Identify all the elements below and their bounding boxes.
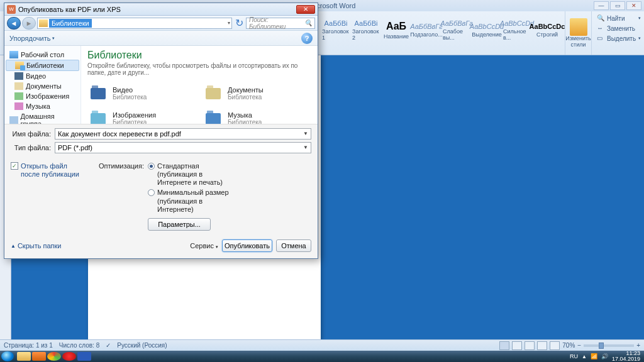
nav-item-label: Рабочий стол (21, 51, 64, 58)
cancel-button[interactable]: Отмена (276, 239, 311, 252)
content-subtitle: Откройте библиотеку, чтобы просмотреть ф… (87, 62, 311, 76)
nav-item-label: Музыка (26, 102, 50, 110)
style-item[interactable]: AaBbCcDcСтрогий (533, 14, 562, 47)
change-styles-icon (570, 18, 587, 36)
style-item[interactable]: АаБбВвГгСлабое вы... (442, 14, 471, 47)
taskbar-media-icon[interactable] (32, 352, 46, 361)
taskbar-explorer-icon[interactable] (17, 352, 31, 361)
nav-back-button[interactable]: ◄ (7, 17, 21, 30)
icon-homegroup (9, 116, 18, 124)
nav-item[interactable]: Домашняя группа (6, 111, 79, 124)
select-icon: ▭ (597, 35, 604, 42)
svg-rect-1 (92, 85, 98, 89)
dialog-close-button[interactable]: ✕ (296, 5, 315, 14)
style-gallery[interactable]: АаБбВіЗаголовок 1АаБбВіЗаголовок 2АаБНаз… (321, 11, 565, 55)
tray-lang[interactable]: RU (570, 353, 578, 359)
icon-docs (14, 82, 23, 90)
organize-button[interactable]: Упорядочить ▾ (9, 35, 55, 42)
nav-item[interactable]: Видео (6, 71, 79, 81)
select-button[interactable]: ▭Выделить ▾ (596, 34, 642, 43)
status-proofing-icon[interactable]: ✓ (106, 342, 111, 349)
close-button[interactable]: ✕ (626, 1, 641, 10)
nav-item[interactable]: Библиотеки (6, 60, 79, 71)
filetype-select[interactable]: PDF (*.pdf) ▼ (55, 142, 311, 153)
dialog-icon: W (7, 5, 16, 14)
style-item[interactable]: АаБбВвГгПодзаголо... (412, 14, 441, 47)
library-icon (89, 84, 108, 102)
library-item[interactable]: ИзображенияБиблиотека (87, 107, 196, 124)
optimization-label: Оптимизация: (99, 162, 144, 231)
start-button[interactable] (1, 351, 14, 361)
nav-item-label: Домашняя группа (21, 112, 76, 124)
taskbar: RU ▲ 📶 🔊 11:23 17.04.2019 (0, 351, 644, 362)
svg-rect-4 (91, 113, 106, 124)
style-label: Слабое вы... (443, 28, 470, 41)
parameters-button[interactable]: Параметры... (148, 218, 211, 231)
status-words[interactable]: Число слов: 8 (59, 342, 99, 349)
find-button[interactable]: 🔍Найти ▾ (596, 14, 642, 23)
taskbar-word-icon[interactable] (77, 352, 91, 361)
tray-network-icon[interactable]: 📶 (591, 353, 597, 359)
chevron-down-icon[interactable]: ▼ (303, 131, 308, 136)
status-language[interactable]: Русский (Россия) (117, 342, 167, 349)
style-item[interactable]: АаБНазвание (382, 14, 411, 47)
tray-clock[interactable]: 11:23 17.04.2019 (612, 351, 640, 362)
status-page[interactable]: Страница: 1 из 1 (4, 342, 53, 349)
replace-icon: ↔ (597, 25, 604, 32)
zoom-out-button[interactable]: − (577, 342, 581, 349)
library-name: Изображения (113, 111, 156, 119)
view-outline-icon[interactable] (537, 341, 547, 350)
zoom-slider[interactable] (584, 344, 634, 347)
nav-item-label: Документы (26, 82, 62, 90)
nav-item[interactable]: Рабочий стол (6, 50, 79, 60)
view-web-icon[interactable] (525, 341, 535, 350)
library-item[interactable]: ВидеоБиблиотека (87, 82, 196, 104)
nav-item[interactable]: Музыка (6, 101, 79, 111)
taskbar-chrome-icon[interactable] (47, 352, 61, 361)
change-styles-button[interactable]: Изменить стили (565, 11, 592, 55)
chevron-up-icon: ▲ (11, 243, 16, 249)
style-preview: AaBbCcDc (530, 23, 565, 30)
help-button[interactable]: ? (301, 33, 313, 44)
replace-button[interactable]: ↔Заменить (596, 24, 642, 33)
nav-item[interactable]: Изображения (6, 91, 79, 101)
icon-images (14, 92, 23, 100)
style-item[interactable]: AaBbCcDdВыделение (472, 14, 501, 47)
tray-volume-icon[interactable]: 🔊 (601, 353, 608, 359)
hide-folders-button[interactable]: ▲ Скрыть папки (11, 242, 62, 250)
zoom-level[interactable]: 70% (562, 342, 575, 349)
nav-item[interactable]: Документы (6, 81, 79, 91)
library-item[interactable]: МузыкаБиблиотека (203, 107, 311, 124)
filename-input[interactable]: Как документ docx перевести в pdf.pdf ▼ (55, 128, 311, 140)
library-type: Библиотека (228, 119, 262, 124)
publish-button[interactable]: Опубликовать (222, 239, 272, 252)
refresh-button[interactable]: ↻ (233, 18, 245, 29)
chevron-down-icon[interactable]: ▼ (303, 145, 308, 150)
style-item[interactable]: AaBbCcDdСильное в... (502, 14, 531, 47)
open-after-checkbox[interactable]: Открыть файл после публикации (11, 162, 86, 178)
style-preview: АаБ (386, 21, 406, 32)
optimization-standard-radio[interactable]: Стандартная (публикация в Интернете и пе… (148, 162, 230, 187)
zoom-in-button[interactable]: + (636, 342, 640, 349)
library-icon (204, 84, 223, 102)
search-input[interactable]: Поиск: Библиотеки 🔍 (246, 18, 315, 29)
maximize-button[interactable]: ▭ (610, 1, 625, 10)
view-reading-icon[interactable] (512, 341, 522, 350)
optimization-minimal-radio[interactable]: Минимальный размер (публикация в Интерне… (148, 189, 230, 214)
library-item[interactable]: ДокументыБиблиотека (203, 82, 311, 104)
view-draft-icon[interactable] (550, 341, 560, 350)
tools-button[interactable]: Сервис ▾ (190, 242, 218, 250)
taskbar-opera-icon[interactable] (62, 352, 76, 361)
tray-flag-icon[interactable]: ▲ (582, 354, 587, 359)
style-label: Строгий (536, 31, 558, 38)
address-bar[interactable]: Библиотеки ▾ (37, 18, 232, 29)
style-item[interactable]: АаБбВіЗаголовок 2 (352, 14, 380, 47)
style-preview: АаБбВвГг (410, 23, 442, 30)
style-item[interactable]: АаБбВіЗаголовок 1 (321, 14, 350, 47)
nav-item-label: Видео (26, 72, 46, 80)
nav-forward-button[interactable]: ► (22, 17, 36, 30)
view-print-layout-icon[interactable] (499, 341, 509, 350)
dialog-titlebar[interactable]: W Опубликовать как PDF или XPS ✕ (4, 3, 318, 16)
publish-pdf-dialog: W Опубликовать как PDF или XPS ✕ ◄ ► Биб… (4, 3, 318, 259)
minimize-button[interactable]: — (594, 1, 609, 10)
